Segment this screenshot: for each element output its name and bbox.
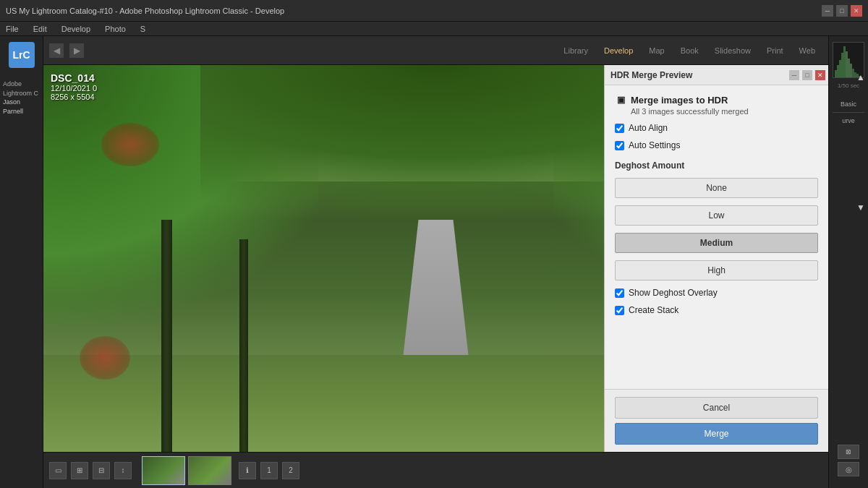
menu-s[interactable]: S (137, 25, 148, 33)
deghost-section-label: Deghost Amount (615, 160, 818, 171)
app-container: LrC Adobe Lightroom C Jason Parnell ◀ ▶ … (0, 36, 868, 488)
dialog-minimize-button[interactable]: ─ (789, 70, 799, 80)
num1-tool-button[interactable]: 1 (260, 462, 278, 479)
info-tool-button[interactable]: ℹ (239, 462, 256, 479)
merge-button[interactable]: Merge (615, 423, 818, 445)
create-stack-row[interactable]: Create Stack (615, 305, 818, 315)
merge-title: Merge images to HDR (631, 95, 728, 106)
left-sidebar: LrC Adobe Lightroom C Jason Parnell (0, 36, 43, 488)
nav-forward-button[interactable]: ▶ (69, 43, 84, 58)
crop-tool-button[interactable]: ▭ (49, 462, 67, 479)
scroll-down-button[interactable]: ▼ (856, 202, 865, 213)
image-dimensions: 8256 x 5504 (51, 93, 97, 101)
show-overlay-label[interactable]: Show Deghost Overlay (629, 288, 718, 298)
filmstrip-thumb-2[interactable] (188, 456, 231, 485)
compare-right-button[interactable]: ⊠ (838, 445, 859, 459)
image-filename: DSC_014 (51, 72, 97, 84)
tab-web[interactable]: Web (792, 43, 822, 58)
target-button[interactable]: ◎ (838, 462, 859, 476)
basic-panel-label[interactable]: Basic (839, 99, 858, 109)
title-bar: US My Lightroom Catalog-#10 - Adobe Phot… (0, 0, 868, 22)
auto-settings-label[interactable]: Auto Settings (629, 140, 680, 150)
curve-panel-label[interactable]: urve (841, 116, 856, 126)
hdr-dialog-footer: Cancel Merge (605, 389, 828, 452)
dialog-maximize-button[interactable]: □ (802, 70, 812, 80)
tab-develop[interactable]: Develop (597, 43, 640, 58)
num2-tool-button[interactable]: 2 (282, 462, 299, 479)
tab-map[interactable]: Map (642, 43, 671, 58)
menu-edit[interactable]: Edit (30, 25, 50, 33)
merge-header: ▣ Merge images to HDR All 3 images succe… (615, 94, 818, 116)
hdr-dialog-title: HDR Merge Preview (610, 70, 692, 80)
center-area: ◀ ▶ Library Develop Map Book Slideshow P… (43, 36, 828, 488)
window-controls: ─ □ ✕ (822, 5, 862, 17)
auto-align-checkbox[interactable] (615, 124, 624, 133)
dialog-controls: ─ □ ✕ (789, 70, 825, 80)
deghost-high-button[interactable]: High (615, 260, 818, 281)
red-patch-1 (101, 123, 159, 166)
auto-settings-row[interactable]: Auto Settings (615, 140, 818, 150)
menu-develop[interactable]: Develop (59, 25, 93, 33)
maximize-button[interactable]: □ (836, 5, 848, 17)
merge-subtitle: All 3 images successfully merged (631, 107, 818, 116)
menu-photo[interactable]: Photo (102, 25, 129, 33)
lrc-badge: LrC (9, 42, 35, 68)
grid-tool-button[interactable]: ⊞ (71, 462, 88, 479)
bottom-toolbar: ▭ ⊞ ⊟ ↕ ℹ 1 2 (43, 452, 828, 488)
right-sidebar: 1/50 sec Basic urve ▲ ▼ ⊠ ◎ (828, 36, 868, 488)
auto-align-label[interactable]: Auto Align (629, 123, 668, 133)
cancel-button[interactable]: Cancel (615, 397, 818, 419)
compare-tool-button[interactable]: ⊟ (93, 462, 110, 479)
create-stack-label[interactable]: Create Stack (629, 305, 678, 315)
tab-slideshow[interactable]: Slideshow (707, 43, 758, 58)
show-overlay-checkbox[interactable] (615, 288, 624, 298)
tab-library[interactable]: Library (556, 43, 595, 58)
module-tabs: Library Develop Map Book Slideshow Print… (556, 43, 822, 58)
dialog-close-button[interactable]: ✕ (815, 70, 825, 80)
deghost-medium-button[interactable]: Medium (615, 233, 818, 253)
username: Jason Parnell (3, 98, 40, 116)
red-patch-4 (80, 336, 130, 380)
hdr-merge-icon: ▣ (615, 94, 626, 106)
create-stack-checkbox[interactable] (615, 306, 624, 315)
hdr-dialog-content: ▣ Merge images to HDR All 3 images succe… (605, 85, 828, 389)
minimize-button[interactable]: ─ (822, 5, 833, 17)
top-bar: ◀ ▶ Library Develop Map Book Slideshow P… (43, 36, 828, 65)
image-metadata: DSC_014 12/10/2021 0 8256 x 5504 (51, 72, 97, 101)
sort-tool-button[interactable]: ↕ (114, 462, 132, 479)
photo-scene: DSC_014 12/10/2021 0 8256 x 5504 HDR Mer… (43, 65, 828, 452)
hdr-dialog: HDR Merge Preview ─ □ ✕ ▣ Merge images t… (604, 65, 828, 452)
deghost-none-button[interactable]: None (615, 178, 818, 198)
tab-book[interactable]: Book (673, 43, 706, 58)
hdr-dialog-titlebar: HDR Merge Preview ─ □ ✕ (605, 65, 828, 85)
merge-title-row: ▣ Merge images to HDR (615, 94, 818, 106)
app-name: Adobe Lightroom C (3, 80, 40, 98)
nav-back-button[interactable]: ◀ (49, 43, 64, 58)
tab-print[interactable]: Print (760, 43, 791, 58)
filmstrip-thumb-1[interactable] (142, 456, 185, 485)
window-title: US My Lightroom Catalog-#10 - Adobe Phot… (6, 7, 862, 15)
scroll-up-button[interactable]: ▲ (856, 72, 865, 82)
filmstrip (142, 456, 231, 485)
show-overlay-row[interactable]: Show Deghost Overlay (615, 288, 818, 298)
user-info: Adobe Lightroom C Jason Parnell (0, 77, 43, 119)
deghost-low-button[interactable]: Low (615, 205, 818, 226)
auto-settings-checkbox[interactable] (615, 141, 624, 150)
auto-align-row[interactable]: Auto Align (615, 123, 818, 133)
image-date: 12/10/2021 0 (51, 84, 97, 93)
close-window-button[interactable]: ✕ (851, 5, 862, 17)
menu-bar: File Edit Develop Photo S (0, 22, 868, 36)
menu-file[interactable]: File (3, 25, 22, 33)
